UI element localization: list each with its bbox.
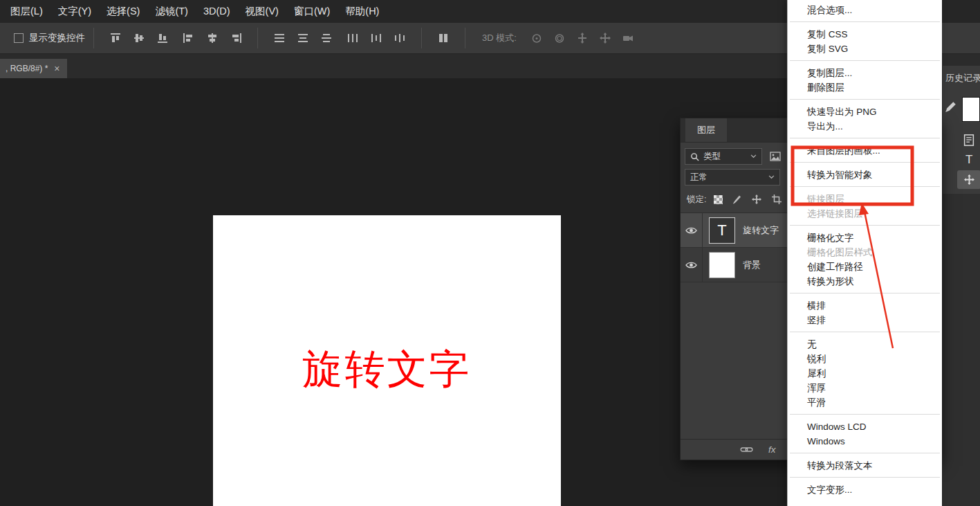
threed-rotate-icon[interactable] <box>526 29 547 47</box>
threed-roll-icon[interactable] <box>549 29 570 47</box>
context-menu-item[interactable]: 转换为形状 <box>788 274 942 289</box>
context-menu-item[interactable]: 快速导出为 PNG <box>788 105 942 119</box>
lock-artboard-crop-icon[interactable] <box>770 191 783 208</box>
history-panel-tab[interactable]: 历史记录 <box>945 72 980 84</box>
lock-label: 锁定: <box>687 194 706 206</box>
blend-mode-value: 正常 <box>690 172 708 183</box>
menubar-item[interactable]: 3D(D) <box>196 0 238 23</box>
context-menu-item[interactable]: 导出为... <box>788 119 942 134</box>
context-menu-item[interactable]: 转换为段落文本 <box>788 458 942 473</box>
distribute-spacing-group <box>433 29 454 47</box>
context-menu-item[interactable]: 犀利 <box>788 366 942 381</box>
show-transform-checkbox[interactable] <box>14 33 24 43</box>
divider <box>465 28 465 48</box>
show-transform-controls[interactable]: 显示变换控件 <box>14 32 85 44</box>
menubar-item[interactable]: 滤镜(T) <box>147 0 196 23</box>
pen-tool-icon[interactable] <box>945 100 957 116</box>
threed-camera-icon[interactable] <box>618 29 638 47</box>
blend-mode-select[interactable]: 正常 <box>685 169 780 186</box>
context-menu-item[interactable]: 删除图层 <box>788 80 942 95</box>
eye-icon <box>685 226 697 235</box>
threed-mode-group <box>526 29 638 47</box>
context-menu-item[interactable]: 复制图层... <box>788 66 942 80</box>
layer-visibility-toggle[interactable] <box>681 213 703 247</box>
search-icon <box>690 152 699 161</box>
link-layers-button[interactable] <box>740 446 753 453</box>
layer-visibility-toggle[interactable] <box>681 248 703 282</box>
align-vertical-group <box>105 29 173 47</box>
context-menu-item[interactable]: 锐利 <box>788 352 942 366</box>
align-horizontal-centers-button[interactable] <box>202 29 223 47</box>
document-canvas[interactable]: 旋转文字 <box>213 215 561 506</box>
layer-filter-type-select[interactable]: 类型 <box>685 148 762 165</box>
lock-transparent-pixels-icon[interactable] <box>714 195 723 204</box>
layer-thumbnail-glyph: T <box>717 222 726 240</box>
align-vertical-centers-button[interactable] <box>129 29 149 47</box>
align-right-edges-button[interactable] <box>225 29 246 47</box>
menubar-item[interactable]: 帮助(H) <box>338 0 387 23</box>
menubar-item[interactable]: 图层(L) <box>3 0 50 23</box>
context-menu-item[interactable]: 选择链接图层 <box>788 206 942 221</box>
move-tool-button[interactable] <box>957 170 980 189</box>
image-icon <box>770 152 781 161</box>
align-left-edges-button[interactable] <box>178 29 199 47</box>
document-tab[interactable]: , RGB/8#) * × <box>0 59 67 78</box>
character-panel-icon[interactable]: T <box>965 153 972 167</box>
context-menu-item[interactable]: 文字变形... <box>788 482 942 497</box>
photoshop-window: 图层(L) 文字(Y) 选择(S) 滤镜(T) 3D(D) 视图(V) 窗口(W… <box>0 0 980 506</box>
distribute-spacing-button[interactable] <box>433 29 454 47</box>
show-transform-label: 显示变换控件 <box>29 32 85 44</box>
context-menu-item[interactable]: 竖排 <box>788 313 942 327</box>
layer-name: 背景 <box>743 259 761 271</box>
context-menu-item[interactable]: Windows <box>788 434 942 449</box>
distribute-top-edges-button[interactable] <box>269 29 290 47</box>
layer-style-fx-button[interactable]: fx <box>768 444 776 455</box>
context-menu-item[interactable]: 平滑 <box>788 395 942 410</box>
context-menu-item[interactable]: 复制 SVG <box>788 42 942 56</box>
layers-panel-tab[interactable]: 图层 <box>685 118 727 142</box>
context-menu-item[interactable]: 浑厚 <box>788 381 942 395</box>
context-menu-item[interactable]: 创建工作路径 <box>788 260 942 274</box>
context-menu-item[interactable]: 混合选项... <box>788 3 942 17</box>
eye-icon <box>685 261 697 269</box>
context-menu-item[interactable]: 转换为智能对象 <box>788 168 942 182</box>
distribute-horizontal-centers-button[interactable] <box>366 29 387 47</box>
align-top-edges-button[interactable] <box>105 29 126 47</box>
right-panel-dock: 历史记录 T <box>942 66 980 506</box>
context-menu-item[interactable]: 栅格化图层样式 <box>788 245 942 260</box>
distribute-right-edges-button[interactable] <box>389 29 410 47</box>
menubar-item[interactable]: 选择(S) <box>99 0 147 23</box>
properties-panel-icon[interactable] <box>963 134 974 149</box>
distribute-vertical-centers-button[interactable] <box>293 29 313 47</box>
layer-thumbnail[interactable] <box>709 252 735 278</box>
context-menu-item[interactable]: 链接图层 <box>788 192 942 206</box>
chain-link-icon <box>740 446 753 453</box>
layer-name: 旋转文字 <box>743 224 779 237</box>
move-icon <box>964 174 974 185</box>
lock-image-pixels-brush-icon[interactable] <box>730 191 743 208</box>
distribute-left-edges-button[interactable] <box>342 29 363 47</box>
context-menu-item[interactable]: 复制 CSS <box>788 27 942 42</box>
lock-position-move-icon[interactable] <box>750 191 763 208</box>
align-bottom-edges-button[interactable] <box>152 29 173 47</box>
context-menu-item[interactable]: 无 <box>788 337 942 352</box>
threed-drag-icon[interactable] <box>572 29 593 47</box>
chevron-down-icon <box>750 154 757 159</box>
context-menu-item[interactable]: 栅格化文字 <box>788 231 942 245</box>
document-tab-title: , RGB/8#) * <box>6 64 48 73</box>
dock-lower-area <box>943 194 980 506</box>
distribute-bottom-edges-button[interactable] <box>316 29 337 47</box>
menubar-item[interactable]: 视图(V) <box>238 0 286 23</box>
context-menu-item[interactable]: 横排 <box>788 298 942 313</box>
layer-thumbnail[interactable]: T <box>709 217 735 244</box>
context-menu-item[interactable]: 来自图层的画板... <box>788 143 942 158</box>
threed-slide-icon[interactable] <box>595 29 616 47</box>
align-horizontal-group <box>178 29 246 47</box>
divider <box>257 28 258 48</box>
close-tab-icon[interactable]: × <box>54 63 59 74</box>
foreground-color-swatch[interactable] <box>962 97 980 122</box>
context-menu-item[interactable]: Windows LCD <box>788 419 942 434</box>
menubar-item[interactable]: 窗口(W) <box>286 0 338 23</box>
menubar-item[interactable]: 文字(Y) <box>50 0 99 23</box>
filter-by-image-button[interactable] <box>766 148 784 165</box>
